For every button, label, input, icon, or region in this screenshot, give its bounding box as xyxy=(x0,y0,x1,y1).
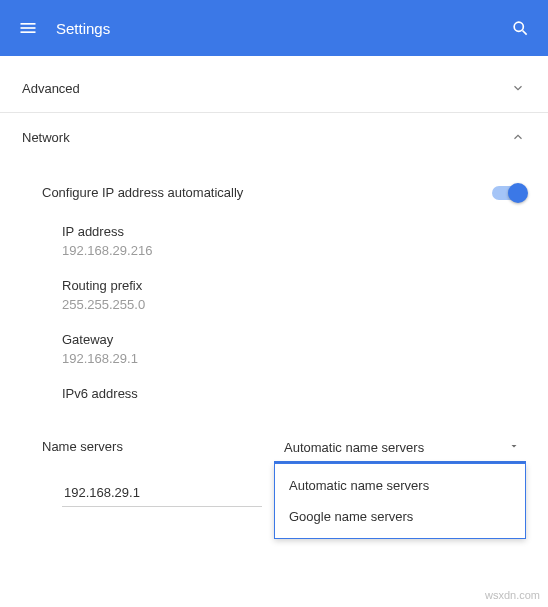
svg-rect-2 xyxy=(21,31,36,33)
svg-marker-5 xyxy=(512,445,517,448)
nameservers-option-auto[interactable]: Automatic name servers xyxy=(275,470,525,501)
ipv6-block: IPv6 address xyxy=(22,376,526,415)
section-network[interactable]: Network xyxy=(0,113,548,161)
section-advanced[interactable]: Advanced xyxy=(0,64,548,112)
nameservers-option-google[interactable]: Google name servers xyxy=(275,501,525,532)
ipv6-label: IPv6 address xyxy=(62,386,526,401)
page-title: Settings xyxy=(56,20,508,37)
svg-line-4 xyxy=(523,31,527,35)
gateway-value: 192.168.29.1 xyxy=(62,351,526,366)
menu-icon[interactable] xyxy=(16,16,40,40)
nameservers-select[interactable]: Automatic name servers xyxy=(274,433,526,463)
search-icon[interactable] xyxy=(508,16,532,40)
network-body: Configure IP address automatically IP ad… xyxy=(0,161,548,507)
nameservers-row: Name servers Automatic name servers Auto… xyxy=(22,415,526,463)
nameserver-input[interactable] xyxy=(62,479,262,507)
routing-prefix-value: 255.255.255.0 xyxy=(62,297,526,312)
routing-prefix-label: Routing prefix xyxy=(62,278,526,293)
dropdown-arrow-icon xyxy=(508,440,520,455)
svg-rect-1 xyxy=(21,27,36,29)
section-network-label: Network xyxy=(22,130,70,145)
nameservers-select-wrap: Automatic name servers Automatic name se… xyxy=(274,433,526,463)
configure-auto-row: Configure IP address automatically xyxy=(22,171,526,214)
app-bar: Settings xyxy=(0,0,548,56)
nameservers-dropdown: Automatic name servers Google name serve… xyxy=(274,463,526,539)
svg-rect-0 xyxy=(21,23,36,25)
gateway-block: Gateway 192.168.29.1 xyxy=(22,322,526,376)
svg-point-3 xyxy=(514,22,523,31)
content: Advanced Network Configure IP address au… xyxy=(0,56,548,507)
ip-address-label: IP address xyxy=(62,224,526,239)
nameservers-select-value: Automatic name servers xyxy=(284,440,424,455)
nameservers-label: Name servers xyxy=(42,439,123,454)
section-advanced-label: Advanced xyxy=(22,81,80,96)
ip-address-block: IP address 192.168.29.216 xyxy=(22,214,526,268)
ip-address-value: 192.168.29.216 xyxy=(62,243,526,258)
watermark-text: wsxdn.com xyxy=(485,589,540,601)
configure-auto-toggle[interactable] xyxy=(492,186,526,200)
chevron-down-icon xyxy=(510,80,526,96)
configure-auto-label: Configure IP address automatically xyxy=(42,185,243,200)
chevron-up-icon xyxy=(510,129,526,145)
gateway-label: Gateway xyxy=(62,332,526,347)
routing-prefix-block: Routing prefix 255.255.255.0 xyxy=(22,268,526,322)
